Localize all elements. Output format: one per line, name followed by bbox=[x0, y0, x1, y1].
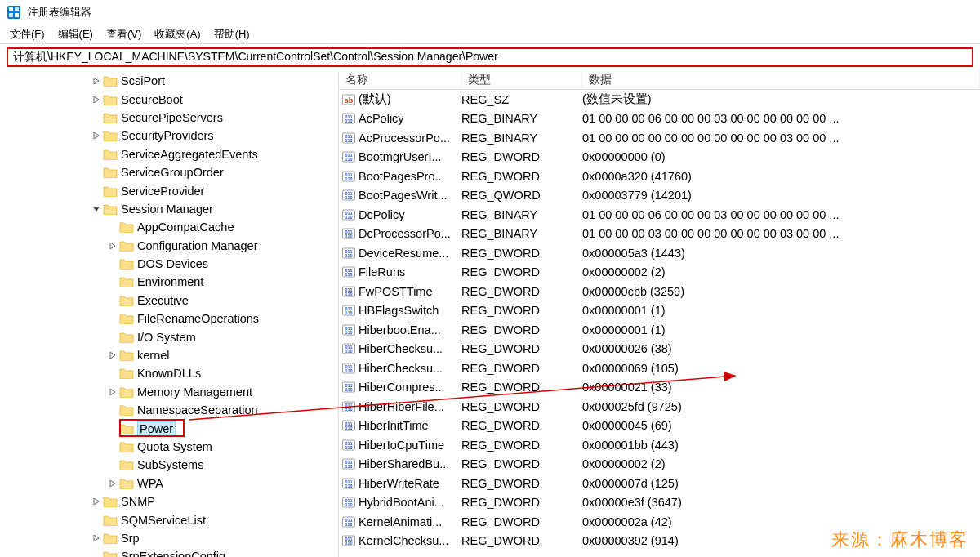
value-name: HiberSharedBu... bbox=[359, 457, 449, 470]
menu-edit[interactable]: 编辑(E) bbox=[51, 25, 100, 43]
tree-item-quota-system[interactable]: Quota System bbox=[0, 438, 338, 456]
expand-toggle[interactable] bbox=[90, 129, 103, 142]
list-row[interactable]: 011110FwPOSTTimeREG_DWORD0x00000cbb (325… bbox=[339, 282, 980, 301]
svg-text:110: 110 bbox=[345, 176, 352, 181]
tree-item-namespaceseparation[interactable]: NamespaceSeparation bbox=[0, 401, 338, 419]
binary-value-icon: 011110 bbox=[342, 534, 355, 547]
tree-item-environment[interactable]: Environment bbox=[0, 273, 338, 291]
tree-item-kernel[interactable]: kernel bbox=[0, 346, 338, 364]
svg-text:110: 110 bbox=[345, 215, 352, 220]
list-row[interactable]: 011110HiberWriteRateREG_DWORD0x0000007d … bbox=[339, 474, 980, 493]
list-row[interactable]: 011110BootmgrUserI...REG_DWORD0x00000000… bbox=[339, 148, 980, 167]
list-row[interactable]: 011110HiberHiberFile...REG_DWORD0x000025… bbox=[339, 397, 980, 417]
list-row[interactable]: 011110DcPolicyREG_BINARY01 00 00 00 06 0… bbox=[339, 205, 980, 225]
list-row[interactable]: 011110HiberCompres...REG_DWORD0x00000021… bbox=[339, 378, 980, 398]
tree-item-configuration-manager[interactable]: Configuration Manager bbox=[0, 237, 338, 255]
tree-item-dos-devices[interactable]: DOS Devices bbox=[0, 255, 338, 273]
value-name: HiberCompres... bbox=[359, 381, 445, 394]
list-row[interactable]: 011110FileRunsREG_DWORD0x00000002 (2) bbox=[339, 263, 980, 283]
list-row[interactable]: 011110AcProcessorPo...REG_BINARY01 00 00… bbox=[339, 128, 980, 148]
tree-item-serviceprovider[interactable]: ServiceProvider bbox=[0, 181, 338, 199]
col-type[interactable]: 类型 bbox=[461, 70, 582, 89]
expand-toggle[interactable] bbox=[106, 239, 119, 252]
expand-toggle bbox=[90, 185, 103, 198]
expand-toggle[interactable] bbox=[90, 532, 103, 545]
list-row[interactable]: 011110DcProcessorPo...REG_BINARY01 00 00… bbox=[339, 225, 980, 244]
expand-toggle[interactable] bbox=[90, 203, 103, 216]
tree-item-i-o-system[interactable]: I/O System bbox=[0, 328, 338, 345]
list-row[interactable]: ab(默认)REG_SZ(数值未设置) bbox=[339, 90, 980, 109]
tree-item-secureboot[interactable]: SecureBoot bbox=[0, 90, 338, 108]
tree-item-scsiport[interactable]: ScsiPort bbox=[0, 72, 338, 90]
svg-text:110: 110 bbox=[345, 349, 352, 354]
tree-item-knowndlls[interactable]: KnownDLLs bbox=[0, 364, 338, 382]
expand-toggle[interactable] bbox=[106, 385, 119, 399]
menu-help[interactable]: 帮助(H) bbox=[207, 25, 256, 43]
tree-item-label: SecurityProviders bbox=[121, 129, 214, 142]
tree-panel[interactable]: ScsiPortSecureBootSecurePipeServersSecur… bbox=[0, 70, 339, 557]
binary-value-icon: 011110 bbox=[342, 496, 355, 509]
list-row[interactable]: 011110HiberChecksu...REG_DWORD0x00000069… bbox=[339, 359, 980, 378]
tree-item-executive[interactable]: Executive bbox=[0, 292, 338, 310]
binary-value-icon: 011110 bbox=[342, 265, 355, 278]
list-row[interactable]: 011110HiberInitTimeREG_DWORD0x00000045 (… bbox=[339, 417, 980, 436]
list-row[interactable]: 011110BootPagesWrit...REG_QWORD0x0000377… bbox=[339, 186, 980, 206]
list-row[interactable]: 011110HiberIoCpuTimeREG_DWORD0x000001bb … bbox=[339, 435, 980, 455]
list-row[interactable]: 011110AcPolicyREG_BINARY01 00 00 00 06 0… bbox=[339, 109, 980, 129]
svg-rect-2 bbox=[15, 7, 19, 11]
list-row[interactable]: 011110HBFlagsSwitchREG_DWORD0x00000001 (… bbox=[339, 301, 980, 321]
list-row[interactable]: 011110HiberbootEna...REG_DWORD0x00000001… bbox=[339, 320, 980, 340]
tree-item-snmp[interactable]: SNMP bbox=[0, 492, 338, 510]
value-type: REG_DWORD bbox=[461, 285, 582, 298]
address-bar[interactable]: 计算机\HKEY_LOCAL_MACHINE\SYSTEM\CurrentCon… bbox=[7, 47, 973, 67]
tree-item-securityproviders[interactable]: SecurityProviders bbox=[0, 127, 338, 145]
binary-value-icon: 011110 bbox=[342, 304, 355, 317]
binary-value-icon: 011110 bbox=[342, 400, 355, 413]
tree-item-subsystems[interactable]: SubSystems bbox=[0, 456, 338, 474]
binary-value-icon: 011110 bbox=[342, 150, 355, 163]
menu-view[interactable]: 查看(V) bbox=[100, 25, 148, 43]
menu-file[interactable]: 文件(F) bbox=[3, 25, 51, 43]
tree-item-serviceaggregatedevents[interactable]: ServiceAggregatedEvents bbox=[0, 145, 338, 163]
value-name: BootPagesWrit... bbox=[359, 189, 448, 202]
tree-item-power[interactable]: Power bbox=[0, 419, 338, 437]
list-row[interactable]: 011110HiberSharedBu...REG_DWORD0x0000000… bbox=[339, 455, 980, 475]
tree-item-sqmservicelist[interactable]: SQMServiceList bbox=[0, 510, 338, 528]
list-row[interactable]: 011110BootPagesPro...REG_DWORD0x0000a320… bbox=[339, 167, 980, 186]
tree-item-appcompatcache[interactable]: AppCompatCache bbox=[0, 218, 338, 236]
value-data: 0x0000007d (125) bbox=[582, 477, 980, 490]
value-name: HiberHiberFile... bbox=[359, 400, 444, 413]
list-row[interactable]: 011110HiberChecksu...REG_DWORD0x00000026… bbox=[339, 340, 980, 359]
tree-item-wpa[interactable]: WPA bbox=[0, 475, 338, 492]
folder-icon bbox=[103, 515, 118, 526]
expand-toggle[interactable] bbox=[90, 93, 103, 106]
tree-item-srp[interactable]: Srp bbox=[0, 529, 338, 547]
tree-item-session-manager[interactable]: Session Manager bbox=[0, 200, 338, 218]
tree-item-label: Srp bbox=[121, 532, 140, 545]
col-name[interactable]: 名称 bbox=[339, 70, 461, 89]
expand-toggle bbox=[90, 111, 103, 124]
folder-icon bbox=[119, 313, 134, 324]
tree-item-servicegrouporder[interactable]: ServiceGroupOrder bbox=[0, 163, 338, 181]
value-name: FileRuns bbox=[359, 265, 405, 278]
list-row[interactable]: 011110HybridBootAni...REG_DWORD0x00000e3… bbox=[339, 493, 980, 513]
expand-toggle[interactable] bbox=[106, 477, 119, 490]
svg-text:110: 110 bbox=[345, 138, 352, 143]
menu-favorites[interactable]: 收藏夹(A) bbox=[148, 25, 207, 43]
tree-item-memory-management[interactable]: Memory Management bbox=[0, 383, 338, 401]
tree-item-securepipeservers[interactable]: SecurePipeServers bbox=[0, 109, 338, 127]
binary-value-icon: 011110 bbox=[342, 457, 355, 470]
tree-item-srpextensionconfig[interactable]: SrpExtensionConfig bbox=[0, 547, 338, 557]
expand-toggle[interactable] bbox=[90, 74, 103, 87]
col-data[interactable]: 数据 bbox=[582, 70, 980, 89]
svg-text:110: 110 bbox=[345, 330, 352, 335]
expand-toggle[interactable] bbox=[106, 349, 119, 362]
svg-text:110: 110 bbox=[345, 426, 352, 430]
folder-icon bbox=[119, 221, 134, 233]
folder-icon bbox=[119, 240, 134, 252]
list-row[interactable]: 011110DeviceResume...REG_DWORD0x000005a3… bbox=[339, 243, 980, 263]
tree-item-filerenameoperations[interactable]: FileRenameOperations bbox=[0, 310, 338, 328]
svg-text:110: 110 bbox=[345, 253, 352, 258]
expand-toggle[interactable] bbox=[90, 495, 103, 508]
svg-text:110: 110 bbox=[345, 502, 352, 507]
